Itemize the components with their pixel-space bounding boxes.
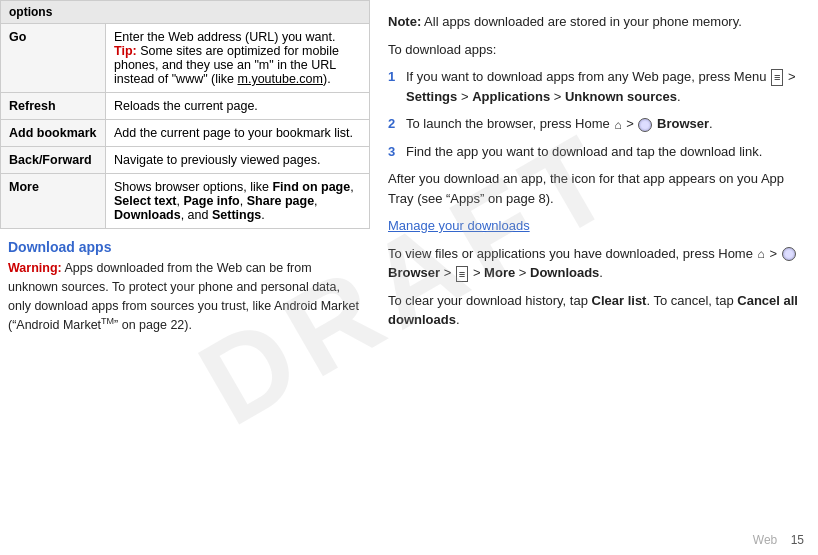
list-item: 2 To launch the browser, press Home ⌂ > …: [388, 114, 800, 134]
manage-downloads-text: To view files or applications you have d…: [388, 244, 800, 283]
note-paragraph: Note: All apps downloaded are stored in …: [388, 12, 800, 32]
step-number: 1: [388, 67, 406, 106]
menu-icon-2: ≡: [456, 266, 468, 282]
desc-more: Shows browser options, like Find on page…: [106, 174, 370, 229]
step-3-content: Find the app you want to download and ta…: [406, 142, 800, 162]
table-header: options: [1, 1, 370, 24]
table-row: Add bookmark Add the current page to you…: [1, 120, 370, 147]
table-row: Go Enter the Web address (URL) you want.…: [1, 24, 370, 93]
option-refresh: Refresh: [1, 93, 106, 120]
list-item: 3 Find the app you want to download and …: [388, 142, 800, 162]
download-apps-warning: Warning: Apps downloaded from the Web ca…: [8, 259, 362, 335]
download-apps-section: Download apps Warning: Apps downloaded f…: [0, 229, 370, 343]
option-go: Go: [1, 24, 106, 93]
table-header-row: options: [1, 1, 370, 24]
globe-icon-2: [782, 247, 796, 261]
step-1-content: If you want to download apps from any We…: [406, 67, 800, 106]
after-download-text: After you download an app, the icon for …: [388, 169, 800, 208]
download-apps-title: Download apps: [8, 239, 362, 255]
page-footer: Web 15: [753, 533, 804, 547]
step-2-content: To launch the browser, press Home ⌂ > Br…: [406, 114, 800, 134]
left-panel: options Go Enter the Web address (URL) y…: [0, 0, 370, 555]
desc-add-bookmark: Add the current page to your bookmark li…: [106, 120, 370, 147]
desc-refresh: Reloads the current page.: [106, 93, 370, 120]
globe-icon: [638, 118, 652, 132]
option-add-bookmark: Add bookmark: [1, 120, 106, 147]
table-row: Back/Forward Navigate to previously view…: [1, 147, 370, 174]
table-row: Refresh Reloads the current page.: [1, 93, 370, 120]
list-item: 1 If you want to download apps from any …: [388, 67, 800, 106]
desc-go: Enter the Web address (URL) you want. Ti…: [106, 24, 370, 93]
desc-back-forward: Navigate to previously viewed pages.: [106, 147, 370, 174]
menu-icon: ≡: [771, 69, 783, 85]
home-icon-2: ⌂: [758, 245, 765, 263]
table-row: More Shows browser options, like Find on…: [1, 174, 370, 229]
option-more: More: [1, 174, 106, 229]
tip-label: Tip:: [114, 44, 137, 58]
options-table: options Go Enter the Web address (URL) y…: [0, 0, 370, 229]
step-number: 3: [388, 142, 406, 162]
step-number: 2: [388, 114, 406, 134]
manage-downloads-title: Manage your downloads: [388, 216, 800, 236]
right-panel: Note: All apps downloaded are stored in …: [370, 0, 818, 555]
home-icon: ⌂: [614, 116, 621, 134]
option-back-forward: Back/Forward: [1, 147, 106, 174]
clear-downloads-text: To clear your download history, tap Clea…: [388, 291, 800, 330]
to-download-label: To download apps:: [388, 40, 800, 60]
download-steps: 1 If you want to download apps from any …: [388, 67, 800, 161]
